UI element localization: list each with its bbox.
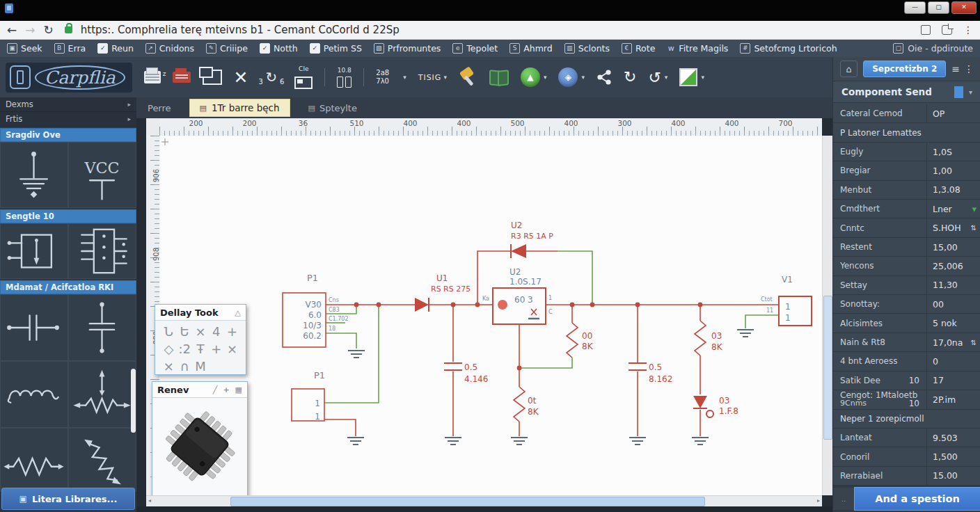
section-header-supply[interactable]: Sragdiv Ove — [0, 128, 136, 142]
tool-glyph[interactable]: + — [208, 340, 224, 358]
net-wires-green[interactable] — [324, 251, 779, 403]
symbol-capacitor-vertical[interactable] — [68, 294, 136, 361]
capacitor-c1[interactable] — [444, 363, 462, 370]
menu-item-overflow[interactable]: ▢ Oie - dpdiroute — [893, 43, 973, 54]
ic-package-icon[interactable]: Cle — [294, 66, 313, 89]
export-document-icon[interactable]: z — [144, 71, 161, 83]
simulate-button[interactable]: ◈▾ — [558, 67, 585, 87]
rotate-selection-icon[interactable]: ↺▾ — [648, 69, 667, 86]
section-header-single[interactable]: Sengtle 10 — [0, 209, 136, 223]
symbol-vcc[interactable]: VCC — [68, 142, 136, 208]
paste-grid-icon[interactable]: 2a87λ0 — [376, 69, 389, 86]
property-value[interactable]: 1,500 — [933, 451, 958, 462]
menu-item[interactable]: ✎ Criiipe — [206, 43, 248, 54]
property-row[interactable]: Conoril 1,500 — [833, 447, 980, 466]
tool-glyph[interactable]: × — [193, 323, 209, 340]
connector-v1[interactable] — [779, 296, 812, 326]
resistor-r1[interactable] — [567, 323, 578, 358]
symbol-inductor[interactable] — [0, 361, 68, 428]
menu-item[interactable]: e Tepolet — [452, 43, 498, 54]
canvas-vertical-scrollbar[interactable] — [822, 136, 833, 495]
browser-menu-icon[interactable]: ⋮ — [963, 24, 973, 35]
tool-glyph[interactable]: Ŧ — [193, 340, 209, 358]
property-value[interactable]: 2P.im — [933, 394, 956, 405]
component-send-dropdown[interactable]: Component Send ▾ — [833, 81, 980, 103]
list-icon[interactable]: ≡ — [951, 63, 960, 74]
tool-glyph[interactable]: M — [193, 358, 209, 375]
menu-item[interactable]: ▥ Sclonts — [564, 43, 610, 54]
symbol-resistor-horizontal[interactable] — [0, 428, 68, 492]
property-value[interactable]: 17,0na — [933, 337, 963, 348]
scrollbar-thumb[interactable] — [823, 296, 832, 440]
diode-u2[interactable] — [511, 244, 526, 258]
property-row[interactable]: P Latoner Lemattes — [833, 123, 980, 142]
tsig-dropdown[interactable]: TISIG▾ — [418, 73, 448, 82]
property-row[interactable]: Menbut 1,3.08 — [833, 181, 980, 200]
maximize-page-icon[interactable] — [921, 25, 931, 35]
property-value[interactable]: Lner — [933, 204, 952, 214]
property-row[interactable]: Neper 1 zorepicmoll — [833, 410, 980, 429]
schematic-sheet[interactable]: P1 V30 6.0 10/3 60.2 Cns C83 C1.702 18 P… — [159, 136, 822, 495]
property-value[interactable]: S.HOH — [933, 223, 961, 233]
property-widget-icon[interactable]: ⇅ — [971, 224, 977, 232]
refresh-icon[interactable]: ↻ — [44, 24, 54, 36]
forward-icon[interactable]: → — [25, 24, 35, 36]
window-maximize-button[interactable]: ▢ — [928, 1, 949, 14]
ground-symbols[interactable] — [347, 330, 754, 445]
property-value[interactable]: 17 — [933, 375, 944, 385]
window-close-button[interactable]: ✕ — [951, 1, 977, 14]
property-row[interactable]: Satik Dee 10 17 — [833, 371, 980, 390]
property-row[interactable]: Yencons 25,006 — [833, 257, 980, 275]
property-value[interactable]: 15.00 — [933, 470, 958, 481]
property-row[interactable]: Alcisimtes 5 nok — [833, 314, 980, 333]
resistor-r2[interactable] — [514, 387, 525, 422]
section-header-manual[interactable]: Mdamat / Acifcatloa RKI — [0, 280, 136, 294]
kebab-icon[interactable]: ⋮ — [964, 63, 974, 74]
property-value[interactable]: 0 — [933, 356, 938, 367]
tools-hammer-icon[interactable] — [459, 68, 477, 86]
property-row[interactable]: Eugly 1,0S — [833, 143, 980, 161]
property-value[interactable]: 1,0S — [933, 147, 952, 157]
libraries-button[interactable]: ▣ Litera Librares... — [1, 488, 135, 510]
property-row[interactable]: Rerrabiael 15.00 — [833, 467, 980, 486]
schematic-selector-button[interactable]: Sepcretizbn 2 — [863, 61, 946, 77]
menu-item[interactable]: # Setofcmg Lrtoricoh — [740, 43, 837, 54]
tabs-icon[interactable] — [942, 25, 952, 35]
menu-item[interactable]: ✓ Notth — [260, 43, 298, 54]
property-widget-icon[interactable]: ▾ — [972, 204, 977, 214]
tool-glyph[interactable]: + — [224, 323, 240, 340]
property-row[interactable]: Nain & Rt8 17,0na ⇅ — [833, 333, 980, 352]
tool-glyph[interactable]: Ն — [161, 323, 177, 340]
symbol-ic-multi[interactable] — [68, 223, 136, 279]
panel-collapse-icon[interactable]: △ — [235, 308, 241, 317]
menu-item[interactable]: S Ahmrd — [509, 43, 553, 54]
delay-tool-panel[interactable]: Dellay Took△ ՆԵ×4+◇:2Ŧ+××∩M — [155, 304, 246, 375]
tool-glyph[interactable]: 4 — [208, 323, 224, 340]
symbol-ground[interactable] — [0, 142, 68, 208]
menu-item[interactable]: ↗ Cnidons — [145, 43, 194, 54]
property-row[interactable]: Bregiar 1,00 — [833, 161, 980, 180]
property-value[interactable]: 25,006 — [933, 261, 963, 271]
symbol-resistor-diagonal[interactable] — [68, 428, 136, 492]
menu-item[interactable]: € Rote — [622, 43, 655, 54]
menu-item[interactable]: B Erra — [54, 43, 86, 54]
chevron-down-icon[interactable]: ▾ — [403, 74, 406, 81]
tool-glyph[interactable]: × — [224, 340, 240, 358]
symbol-resistor-adjustable[interactable] — [68, 361, 136, 428]
property-value[interactable]: 1,00 — [933, 166, 952, 176]
panel-overflow-icon[interactable]: ‥ — [833, 488, 854, 510]
tab-spteylte[interactable]: ▤ Spteylte — [308, 103, 357, 113]
diode-d3[interactable] — [693, 396, 713, 417]
scrollbar-thumb[interactable] — [230, 497, 705, 506]
menu-item[interactable]: ▣ Seek — [7, 43, 42, 54]
measure-icon[interactable]: 10.8 — [337, 67, 351, 88]
tool-glyph[interactable]: × — [161, 358, 177, 375]
property-row[interactable]: Cengot: 1Mtaloetb 9Cnms 10 2P.im — [833, 390, 980, 409]
diode-u1[interactable] — [415, 298, 429, 312]
property-value[interactable]: 11,30 — [933, 280, 958, 290]
duplicate-pages-icon[interactable] — [203, 70, 222, 85]
sidebar-item-designs[interactable]: Dexms▸ — [0, 97, 136, 112]
property-row[interactable]: Cnntc S.HOH ⇅ — [833, 218, 980, 237]
property-widget-icon[interactable]: ⇅ — [971, 339, 977, 346]
menu-item[interactable]: ✓ Reun — [97, 43, 134, 54]
